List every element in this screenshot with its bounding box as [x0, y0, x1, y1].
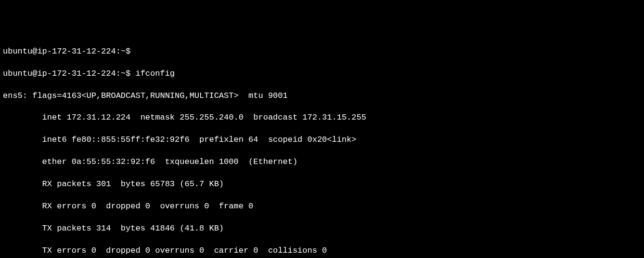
iface-ens5-inet: inet 172.31.12.224 netmask 255.255.240.0… [3, 112, 641, 123]
iface-ens5-rx-errors: RX errors 0 dropped 0 overruns 0 frame 0 [3, 201, 641, 212]
iface-ens5-ether: ether 0a:55:55:32:92:f6 txqueuelen 1000 … [3, 157, 641, 168]
iface-ens5-tx-errors: TX errors 0 dropped 0 overruns 0 carrier… [3, 245, 641, 257]
command-line-ifconfig: ubuntu@ip-172-31-12-224:~$ ifconfig [3, 68, 641, 80]
prompt-line-empty: ubuntu@ip-172-31-12-224:~$ [3, 46, 641, 57]
iface-ens5-inet6: inet6 fe80::855:55ff:fe32:92f6 prefixlen… [3, 135, 641, 146]
iface-ens5-rx-packets: RX packets 301 bytes 65783 (65.7 KB) [3, 179, 641, 190]
iface-ens5-tx-packets: TX packets 314 bytes 41846 (41.8 KB) [3, 223, 641, 234]
iface-ens5-header: ens5: flags=4163<UP,BROADCAST,RUNNING,MU… [3, 91, 641, 102]
